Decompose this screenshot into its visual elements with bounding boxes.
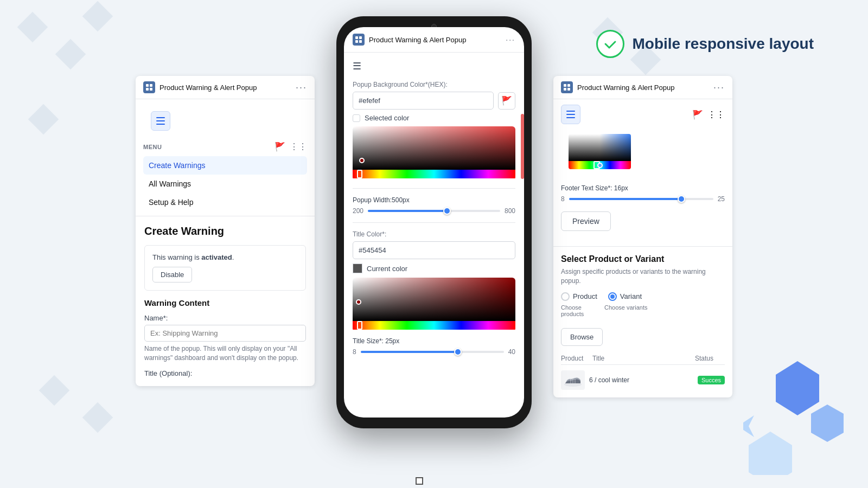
name-field-label: Name*: [144, 314, 306, 322]
product-status-badge: Succes [698, 376, 725, 384]
main-container: Product Warning & Alert Popup ··· MENU 🚩 [0, 0, 868, 488]
large-color-picker-container [553, 124, 732, 179]
phone-container: Product Warning & Alert Popup ··· ☰ Popu… [336, 16, 532, 428]
table-header-status: Status [695, 355, 725, 362]
current-color-row: Current color [353, 264, 515, 273]
flag-button-bg[interactable]: 🚩 [498, 92, 515, 110]
svg-rect-0 [146, 84, 149, 87]
svg-rect-1 [150, 84, 152, 87]
right-card-title: Product Warning & Alert Popup [577, 84, 674, 92]
title-size-min: 8 [353, 348, 356, 356]
grid-icon-right[interactable]: ⋮⋮ [707, 110, 725, 120]
phone-hamburger[interactable]: ☰ [353, 60, 515, 72]
name-input[interactable] [144, 325, 306, 342]
footer-size-slider-track[interactable] [569, 198, 713, 200]
selected-color-label: Selected color [365, 114, 409, 122]
hamburger-line-1 [156, 117, 165, 118]
footer-size-section: Footer Text Size*: 16px 8 25 [553, 179, 732, 208]
radio-variant-dot [610, 294, 615, 299]
flag-icon-menu[interactable]: 🚩 [275, 142, 285, 152]
nav-item-create-warnings[interactable]: Create Warnings [143, 156, 307, 175]
phone-dots-icon[interactable]: ··· [506, 35, 515, 44]
hex-input-row: 🚩 [353, 92, 515, 110]
popup-width-slider-track[interactable] [368, 210, 500, 212]
large-color-gradient [569, 134, 631, 161]
radio-variant-circle [608, 292, 617, 301]
create-warning-section: Create Warning This warning is activated… [136, 216, 315, 386]
right-dots-icon[interactable]: ··· [713, 82, 725, 93]
app-icon-right [561, 81, 573, 93]
radio-variant[interactable]: Variant [608, 292, 642, 301]
popup-width-label: Popup Width:500px [353, 196, 515, 204]
footer-size-max: 25 [718, 195, 725, 203]
svg-rect-6 [355, 40, 358, 43]
title-hex-row [353, 241, 515, 259]
activation-text: This warning is activated. [152, 253, 298, 261]
right-hamburger-line-2 [566, 114, 575, 115]
flag-icon-right[interactable]: 🚩 [692, 110, 703, 120]
product-thumbnail [561, 370, 585, 390]
disable-button[interactable]: Disable [152, 267, 192, 282]
phone-screen-header: Product Warning & Alert Popup ··· [344, 27, 524, 53]
product-name: 6 / cool winter [589, 376, 693, 384]
svg-rect-3 [150, 88, 152, 91]
create-warning-title: Create Warning [144, 225, 306, 237]
radio-sublabels: Choose products Choose variants [561, 304, 725, 323]
nav-item-setup-help[interactable]: Setup & Help [143, 193, 307, 211]
browse-button[interactable]: Browse [561, 328, 603, 346]
phone-scrollbar [521, 114, 524, 179]
color-picker-cursor-title [356, 299, 361, 305]
title-color-label: Title Color*: [353, 230, 515, 238]
right-menu-button[interactable] [561, 105, 580, 124]
large-color-picker [569, 134, 631, 169]
right-hamburger-line-3 [566, 117, 575, 118]
menu-button[interactable] [151, 111, 170, 131]
svg-rect-9 [567, 84, 570, 87]
svg-rect-7 [359, 40, 362, 43]
title-hex-input[interactable] [353, 241, 515, 259]
color-picker-cursor-bg [359, 158, 365, 163]
right-hamburger-line-1 [566, 111, 575, 112]
title-size-label: Title Size*: 25px [353, 337, 515, 345]
popup-width-slider-row: 200 800 [353, 207, 515, 215]
footer-size-label: Footer Text Size*: 16px [561, 184, 725, 192]
color-picker-gradient-title [353, 278, 515, 321]
color-picker-rainbow-bg [353, 170, 515, 178]
title-size-fill [361, 351, 458, 353]
flag-icon-bg: 🚩 [501, 95, 512, 106]
color-picker-gradient-bg [353, 126, 515, 170]
preview-button[interactable]: Preview [561, 211, 611, 231]
app-icon-left [143, 81, 155, 93]
footer-size-fill [569, 198, 681, 200]
phone-header-left: Product Warning & Alert Popup [353, 34, 466, 46]
title-color-section: Title Color*: Current color [353, 222, 515, 356]
menu-label: MENU [143, 144, 162, 150]
bg-hex-input[interactable] [353, 92, 494, 110]
selected-color-checkbox[interactable] [353, 114, 360, 122]
title-size-slider-track[interactable] [361, 351, 504, 353]
name-field-help: Name of the popup. This will only displa… [144, 344, 306, 363]
product-table-header: Product Title Status [561, 352, 725, 365]
hamburger-line-3 [156, 124, 165, 125]
table-header-product: Product [561, 355, 588, 362]
rainbow-cursor-title [357, 321, 362, 330]
hamburger-line-2 [156, 120, 165, 121]
svg-rect-8 [564, 84, 566, 87]
radio-product-circle [561, 292, 570, 301]
phone-frame: Product Warning & Alert Popup ··· ☰ Popu… [336, 16, 532, 428]
color-picker-title [353, 278, 515, 332]
radio-product-label: Product [573, 292, 597, 300]
menu-btn-container [136, 99, 315, 131]
phone-content: ☰ Popup Background Color*(HEX): 🚩 Select… [344, 53, 524, 416]
activation-box: This warning is activated. Disable [144, 245, 306, 291]
warning-content-title: Warning Content [144, 298, 306, 307]
current-color-label: Current color [367, 265, 407, 273]
nav-item-all-warnings[interactable]: All Warnings [143, 175, 307, 193]
right-menu-row: 🚩 ⋮⋮ [553, 99, 732, 124]
left-card-title: Product Warning & Alert Popup [159, 84, 257, 92]
title-optional-label: Title (Optional): [144, 369, 306, 377]
grid-icon-menu[interactable]: ⋮⋮ [290, 142, 307, 152]
left-dots-icon[interactable]: ··· [296, 82, 307, 93]
footer-size-slider-row: 8 25 [561, 195, 725, 203]
radio-product[interactable]: Product [561, 292, 597, 301]
